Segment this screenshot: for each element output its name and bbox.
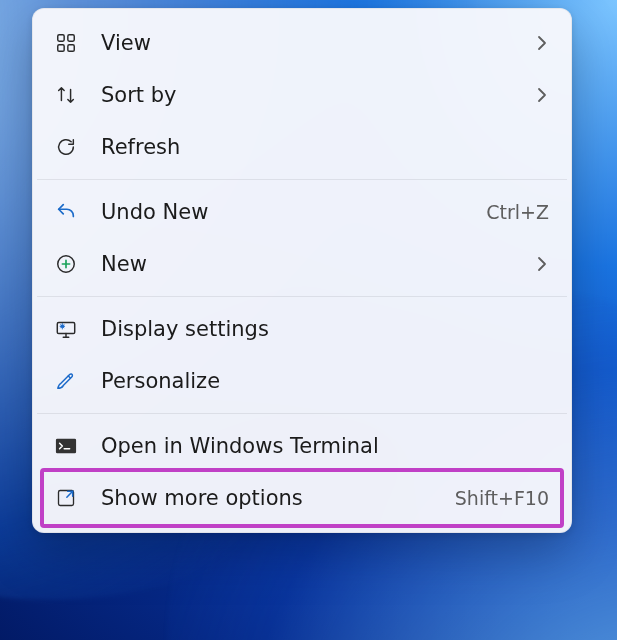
refresh-icon <box>53 134 79 160</box>
desktop-context-menu: ViewSort byRefreshUndo NewCtrl+ZNewDispl… <box>32 8 572 533</box>
brush-icon <box>53 368 79 394</box>
menu-item-label: Undo New <box>101 200 474 224</box>
svg-rect-1 <box>68 35 74 41</box>
terminal-icon <box>53 433 79 459</box>
expand-icon <box>53 485 79 511</box>
svg-rect-2 <box>58 45 64 51</box>
menu-item-terminal[interactable]: Open in Windows Terminal <box>33 420 571 472</box>
plus-circle-icon <box>53 251 79 277</box>
display-gear-icon <box>53 316 79 342</box>
menu-item-label: Refresh <box>101 135 549 159</box>
chevron-right-icon <box>535 256 549 272</box>
menu-item-label: View <box>101 31 523 55</box>
menu-item-personalize[interactable]: Personalize <box>33 355 571 407</box>
menu-item-label: Display settings <box>101 317 549 341</box>
menu-separator <box>37 296 567 297</box>
menu-item-undo[interactable]: Undo NewCtrl+Z <box>33 186 571 238</box>
menu-item-new[interactable]: New <box>33 238 571 290</box>
menu-item-view[interactable]: View <box>33 17 571 69</box>
undo-icon <box>53 199 79 225</box>
menu-item-refresh[interactable]: Refresh <box>33 121 571 173</box>
svg-rect-3 <box>68 45 74 51</box>
menu-item-sortby[interactable]: Sort by <box>33 69 571 121</box>
menu-item-label: New <box>101 252 523 276</box>
svg-rect-5 <box>57 323 74 334</box>
menu-item-shortcut: Shift+F10 <box>455 487 549 509</box>
menu-separator <box>37 179 567 180</box>
sort-icon <box>53 82 79 108</box>
menu-separator <box>37 413 567 414</box>
svg-rect-7 <box>56 439 76 454</box>
menu-item-label: Sort by <box>101 83 523 107</box>
chevron-right-icon <box>535 35 549 51</box>
menu-item-display[interactable]: Display settings <box>33 303 571 355</box>
chevron-right-icon <box>535 87 549 103</box>
menu-item-more[interactable]: Show more optionsShift+F10 <box>33 472 571 524</box>
grid-icon <box>53 30 79 56</box>
menu-item-label: Personalize <box>101 369 549 393</box>
menu-item-label: Open in Windows Terminal <box>101 434 549 458</box>
menu-item-shortcut: Ctrl+Z <box>486 201 549 223</box>
svg-rect-0 <box>58 35 64 41</box>
menu-item-label: Show more options <box>101 486 443 510</box>
